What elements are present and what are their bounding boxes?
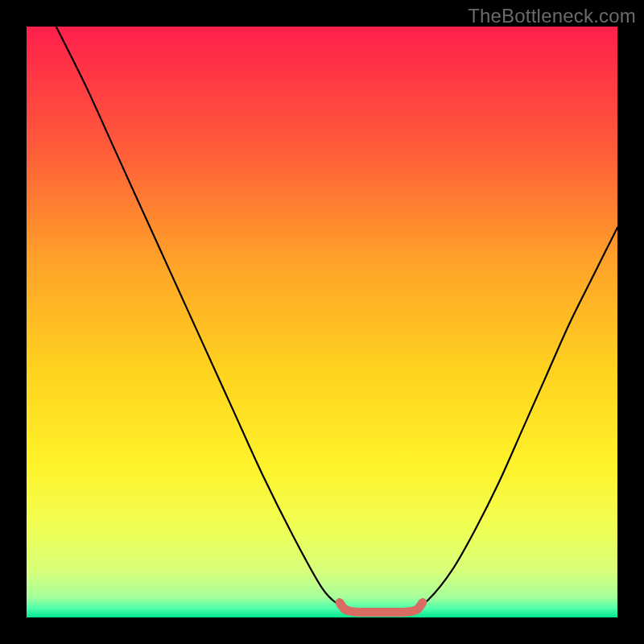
left-curve bbox=[56, 27, 352, 612]
curve-layer bbox=[27, 27, 617, 617]
watermark-text: TheBottleneck.com bbox=[468, 5, 636, 27]
plot-area bbox=[27, 27, 617, 617]
bottom-bracket bbox=[340, 603, 423, 613]
right-curve bbox=[411, 228, 617, 612]
chart-frame: TheBottleneck.com bbox=[0, 0, 644, 644]
